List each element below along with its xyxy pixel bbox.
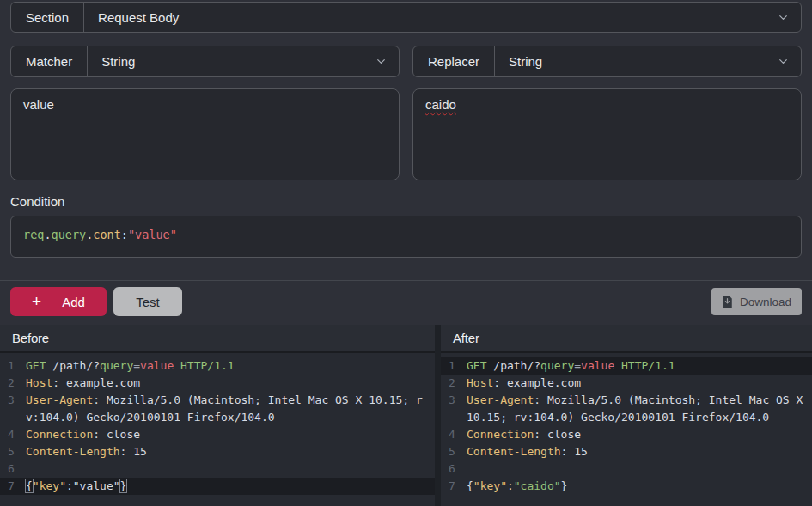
code-line-content: User-Agent: Mozilla/5.0 (Macintosh; Inte… [467,392,812,426]
code-line-content: Host: example.com [26,375,435,392]
chevron-down-icon [777,3,801,32]
matcher-label: Matcher [11,46,88,76]
matcher-select[interactable]: Matcher String [10,46,400,77]
replacer-label: Replacer [413,46,495,76]
rule-form: Section Request Body Matcher String Repl… [0,0,812,258]
chevron-down-icon [375,46,399,76]
line-number: 6 [441,460,467,478]
chevron-down-icon [777,46,801,76]
code-line-content: User-Agent: Mozilla/5.0 (Macintosh; Inte… [26,392,435,426]
code-line[interactable]: 2Host: example.com [441,375,812,392]
code-line-content: Connection: close [26,426,435,443]
code-line[interactable]: 2Host: example.com [0,375,435,392]
add-button[interactable]: + Add [10,287,107,316]
line-number: 3 [0,392,26,426]
section-label: Section [11,3,84,32]
after-code-editor[interactable]: 1GET /path/?query=value HTTP/1.12Host: e… [441,353,812,506]
code-line[interactable]: 4Connection: close [0,426,435,443]
match-replace-page: Section Request Body Matcher String Repl… [0,0,812,506]
code-line-content: {"key":"value"} [26,478,435,495]
download-button-label: Download [740,296,791,308]
line-number: 7 [441,478,467,495]
add-button-label: Add [62,295,85,309]
actions-bar: + Add Test Download [0,280,812,324]
code-line[interactable]: 1GET /path/?query=value HTTP/1.1 [0,357,435,375]
code-line[interactable]: 6 [0,460,435,478]
before-code-editor[interactable]: 1GET /path/?query=value HTTP/1.12Host: e… [0,353,435,506]
file-download-icon [722,296,733,308]
test-button[interactable]: Test [113,287,182,316]
line-number: 2 [0,375,26,392]
code-line-content [467,460,812,478]
code-line[interactable]: 3User-Agent: Mozilla/5.0 (Macintosh; Int… [0,392,435,426]
preview-section: Before After 1GET /path/?query=value HTT… [0,325,812,506]
match-input-text: value [23,97,54,112]
after-panel-title: After [441,325,812,353]
line-number: 7 [0,478,26,495]
replacer-select[interactable]: Replacer String [412,46,802,77]
code-line[interactable]: 4Connection: close [441,426,812,443]
line-number: 5 [0,443,26,460]
code-line-content: {"key":"caido"} [467,478,812,495]
code-line-content: Content-Length: 15 [26,443,435,460]
section-select[interactable]: Section Request Body [10,2,802,33]
code-line[interactable]: 7{"key":"caido"} [441,478,812,495]
test-button-label: Test [136,295,160,309]
code-line[interactable]: 3User-Agent: Mozilla/5.0 (Macintosh; Int… [441,392,812,426]
matcher-value: String [88,46,375,76]
line-number: 6 [0,460,26,478]
line-number: 1 [0,357,26,375]
plus-icon: + [32,293,41,309]
condition-label: Condition [10,194,802,209]
condition-input[interactable]: req.query.cont:"value" [10,216,802,258]
code-line[interactable]: 1GET /path/?query=value HTTP/1.1 [441,357,812,375]
code-line[interactable]: 5Content-Length: 15 [0,443,435,460]
code-line[interactable]: 5Content-Length: 15 [441,443,812,460]
code-line-content: Content-Length: 15 [467,443,812,460]
replace-input-text: caido [425,97,456,112]
match-input[interactable]: value [10,88,400,180]
line-number: 3 [441,392,467,426]
code-line-content: GET /path/?query=value HTTP/1.1 [26,357,435,375]
section-value: Request Body [84,3,777,32]
line-number: 1 [441,357,467,375]
line-number: 4 [441,426,467,443]
code-line[interactable]: 7{"key":"value"} [0,478,435,495]
code-line-content [26,460,435,478]
before-panel-title: Before [0,325,435,353]
code-line-content: Host: example.com [467,375,812,392]
code-line[interactable]: 6 [441,460,812,478]
code-line-content: GET /path/?query=value HTTP/1.1 [467,357,812,375]
replace-input[interactable]: caido [412,88,802,180]
replacer-value: String [495,46,777,76]
line-number: 5 [441,443,467,460]
line-number: 4 [0,426,26,443]
download-button[interactable]: Download [711,288,802,315]
code-line-content: Connection: close [467,426,812,443]
line-number: 2 [441,375,467,392]
